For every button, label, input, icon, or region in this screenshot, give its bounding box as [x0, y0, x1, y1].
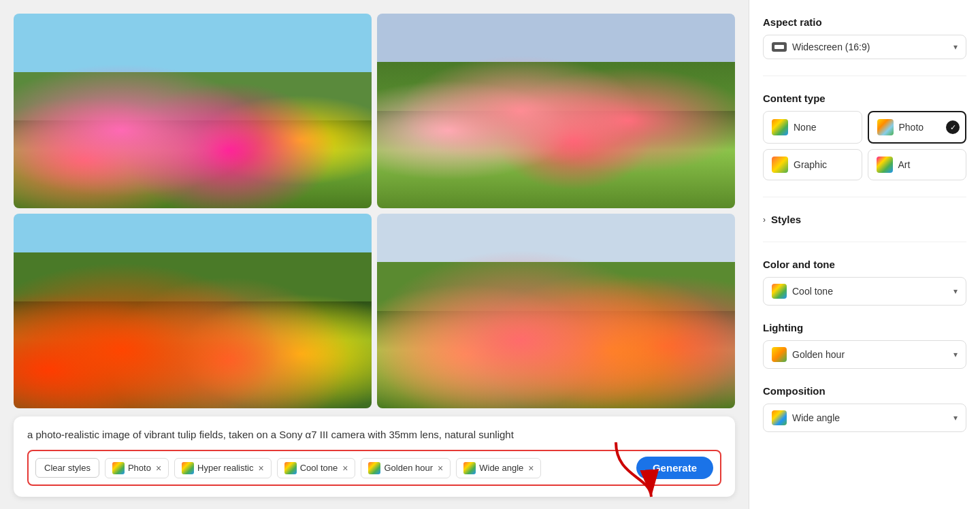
composition-title: Composition	[763, 385, 966, 397]
golden-hour-icon	[772, 347, 787, 362]
aspect-ratio-chevron: ▾	[953, 42, 958, 52]
wide-angle-tag-icon	[463, 462, 476, 474]
tag-golden-hour: Golden hour ×	[361, 458, 451, 478]
composition-select[interactable]: Wide angle ▾	[763, 404, 966, 432]
color-tone-chevron: ▾	[953, 286, 958, 296]
content-type-none[interactable]: None	[763, 111, 862, 144]
image-cell-top-right[interactable]	[377, 14, 735, 208]
image-grid	[14, 14, 735, 408]
widescreen-icon	[772, 42, 787, 52]
photo-tag-icon	[112, 462, 125, 474]
cool-tone-icon	[772, 284, 787, 299]
prompt-area: a photo-realistic image of vibrant tulip…	[14, 416, 735, 497]
golden-hour-tag-icon	[368, 462, 380, 474]
tags-row: Clear styles Photo × Hyper realistic × C…	[27, 450, 721, 486]
lighting-value: Golden hour	[792, 349, 958, 360]
color-tone-select[interactable]: Cool tone ▾	[763, 277, 966, 306]
aspect-ratio-select[interactable]: Widescreen (16:9) ▾	[763, 35, 966, 59]
graphic-icon	[772, 157, 788, 173]
styles-title: Styles	[771, 214, 801, 225]
tag-golden-hour-close[interactable]: ×	[438, 463, 443, 473]
image-cell-bottom-left[interactable]	[14, 214, 372, 408]
content-type-title: Content type	[763, 93, 966, 104]
tag-golden-hour-label: Golden hour	[384, 463, 433, 473]
tag-photo: Photo ×	[105, 458, 169, 478]
content-type-grid: None Photo ✓ Graphic Art	[763, 111, 966, 180]
tag-hyper-realistic-close[interactable]: ×	[258, 463, 263, 473]
color-tone-title: Color and tone	[763, 259, 966, 270]
composition-value: Wide angle	[792, 412, 958, 423]
tag-wide-angle-close[interactable]: ×	[528, 463, 534, 473]
divider-1	[763, 76, 966, 76]
styles-chevron: ›	[763, 215, 766, 225]
hyper-realistic-tag-icon	[182, 462, 194, 474]
none-icon	[772, 119, 788, 135]
tag-hyper-realistic: Hyper realistic ×	[174, 458, 272, 478]
color-tone-value: Cool tone	[792, 286, 958, 297]
clear-styles-button[interactable]: Clear styles	[35, 458, 99, 478]
tag-photo-label: Photo	[128, 463, 151, 473]
image-cell-bottom-right[interactable]	[377, 214, 735, 408]
aspect-ratio-value: Widescreen (16:9)	[792, 42, 958, 52]
tag-wide-angle-label: Wide angle	[479, 463, 523, 473]
tag-hyper-realistic-label: Hyper realistic	[197, 463, 253, 473]
art-icon	[877, 157, 893, 173]
photo-icon	[877, 119, 894, 135]
tag-wide-angle: Wide angle ×	[456, 458, 541, 478]
sidebar: Aspect ratio Widescreen (16:9) ▾ Content…	[749, 0, 980, 509]
wide-angle-icon	[772, 410, 787, 425]
tag-photo-close[interactable]: ×	[156, 463, 161, 473]
lighting-chevron: ▾	[953, 350, 958, 359]
content-type-none-label: None	[794, 122, 816, 133]
aspect-ratio-title: Aspect ratio	[763, 16, 966, 28]
composition-section: Composition Wide angle ▾	[763, 385, 966, 432]
content-type-graphic[interactable]: Graphic	[763, 149, 862, 180]
tag-cool-tone-close[interactable]: ×	[342, 463, 348, 473]
lighting-select[interactable]: Golden hour ▾	[763, 340, 966, 369]
photo-check-badge: ✓	[946, 120, 960, 134]
color-tone-section: Color and tone Cool tone ▾	[763, 259, 966, 306]
content-type-photo-label: Photo	[899, 122, 924, 133]
content-type-art[interactable]: Art	[868, 149, 967, 180]
content-type-art-label: Art	[898, 159, 911, 170]
content-type-photo[interactable]: Photo ✓	[868, 111, 967, 144]
main-area: a photo-realistic image of vibrant tulip…	[0, 0, 749, 509]
generate-button[interactable]: Generate	[636, 457, 713, 479]
tag-cool-tone-label: Cool tone	[300, 463, 338, 473]
content-type-graphic-label: Graphic	[794, 159, 827, 170]
lighting-title: Lighting	[763, 322, 966, 333]
composition-chevron: ▾	[953, 413, 958, 423]
tag-cool-tone: Cool tone ×	[277, 458, 356, 478]
prompt-text: a photo-realistic image of vibrant tulip…	[27, 427, 721, 442]
cool-tone-tag-icon	[284, 462, 297, 474]
styles-section[interactable]: › Styles	[763, 214, 966, 225]
divider-2	[763, 197, 966, 197]
aspect-ratio-section: Aspect ratio Widescreen (16:9) ▾	[763, 16, 966, 59]
image-cell-top-left[interactable]	[14, 14, 372, 208]
content-type-section: Content type None Photo ✓ Graphic Art	[763, 93, 966, 180]
divider-3	[763, 242, 966, 242]
lighting-section: Lighting Golden hour ▾	[763, 322, 966, 369]
